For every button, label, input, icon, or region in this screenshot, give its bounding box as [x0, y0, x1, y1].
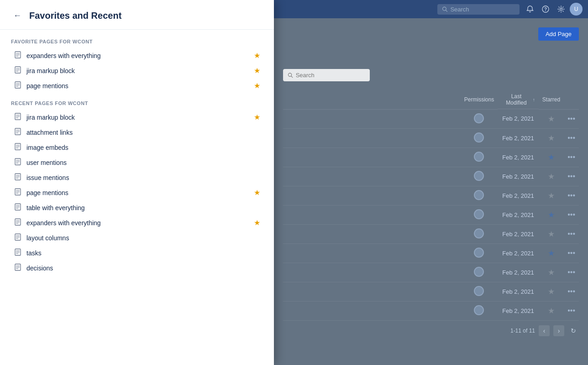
recent-item[interactable]: expanders with everything ★	[11, 215, 263, 230]
recent-item[interactable]: page mentions ★	[11, 185, 263, 200]
row-more-cell[interactable]: •••	[564, 186, 579, 205]
row-permissions-cell	[461, 282, 498, 301]
more-options-icon[interactable]: •••	[567, 268, 575, 276]
table-row: Feb 2, 2021 ★ •••	[283, 186, 579, 205]
favorite-star-icon[interactable]: ★	[254, 66, 260, 75]
row-star-cell[interactable]: ★	[539, 263, 564, 282]
table-row: Feb 2, 2021 ★ •••	[283, 128, 579, 148]
favorite-star-icon[interactable]: ★	[254, 81, 260, 90]
row-star-cell[interactable]: ★	[539, 167, 564, 186]
row-more-cell[interactable]: •••	[564, 148, 579, 167]
page-doc-icon	[14, 158, 22, 167]
row-more-cell[interactable]: •••	[564, 243, 579, 263]
recent-item[interactable]: jira markup block ★	[11, 110, 263, 125]
recent-item[interactable]: user mentions ★	[11, 155, 263, 170]
table-row: Feb 2, 2021 ★ •••	[283, 282, 579, 301]
row-more-cell[interactable]: •••	[564, 109, 579, 128]
row-more-cell[interactable]: •••	[564, 263, 579, 282]
row-more-cell[interactable]: •••	[564, 282, 579, 301]
nav-search-input[interactable]	[450, 6, 515, 13]
row-star-cell[interactable]: ★	[539, 282, 564, 301]
recent-star-icon[interactable]: ★	[254, 158, 260, 167]
more-options-icon[interactable]: •••	[567, 153, 575, 161]
more-options-icon[interactable]: •••	[567, 211, 575, 218]
row-date-cell: Feb 2, 2021	[498, 301, 539, 320]
more-options-icon[interactable]: •••	[567, 287, 575, 295]
row-date-cell: Feb 2, 2021	[498, 224, 539, 243]
row-star-cell[interactable]: ★	[539, 243, 564, 263]
back-icon: ←	[13, 11, 21, 21]
recent-list: jira markup block ★ attachment links ★	[11, 110, 263, 275]
more-options-icon[interactable]: •••	[567, 172, 575, 180]
more-options-icon[interactable]: •••	[567, 134, 575, 142]
more-options-icon[interactable]: •••	[567, 307, 575, 314]
pages-table: Permissions Last Modified ↑ Starred Feb …	[283, 90, 579, 321]
row-star-cell[interactable]: ★	[539, 128, 564, 148]
more-options-icon[interactable]: •••	[567, 230, 575, 238]
recent-star-icon[interactable]: ★	[254, 233, 260, 242]
user-avatar[interactable]: U	[570, 3, 583, 16]
recent-star-icon[interactable]: ★	[254, 143, 260, 152]
settings-button[interactable]	[554, 2, 568, 16]
notification-button[interactable]	[523, 2, 537, 16]
favorites-section-label: FAVORITE PAGES FOR WCONT	[11, 39, 263, 44]
permission-circle	[474, 209, 484, 219]
recent-star-icon[interactable]: ★	[254, 128, 260, 137]
row-date-cell: Feb 2, 2021	[498, 186, 539, 205]
page-item-label: issue mentions	[26, 174, 249, 181]
page-search-input[interactable]	[296, 72, 365, 79]
refresh-button[interactable]: ↻	[568, 325, 579, 336]
row-more-cell[interactable]: •••	[564, 167, 579, 186]
recent-star-icon[interactable]: ★	[254, 249, 260, 257]
nav-search-bar[interactable]	[437, 4, 520, 15]
row-star-cell[interactable]: ★	[539, 301, 564, 320]
recent-item[interactable]: attachment links ★	[11, 125, 263, 140]
svg-line-6	[291, 76, 293, 78]
favorite-star-icon[interactable]: ★	[254, 51, 260, 60]
recent-item[interactable]: decisions ★	[11, 260, 263, 275]
svg-line-1	[446, 10, 447, 11]
page-search-icon	[288, 72, 293, 78]
recent-star-icon[interactable]: ★	[254, 264, 260, 272]
recent-star-icon[interactable]: ★	[254, 173, 260, 182]
row-date-cell: Feb 2, 2021	[498, 243, 539, 263]
row-more-cell[interactable]: •••	[564, 205, 579, 224]
favorite-item[interactable]: expanders with everything ★	[11, 48, 263, 63]
back-button[interactable]: ←	[11, 9, 24, 22]
row-star-cell[interactable]: ★	[539, 109, 564, 128]
favorite-item[interactable]: jira markup block ★	[11, 63, 263, 78]
recent-item[interactable]: issue mentions ★	[11, 170, 263, 185]
row-permissions-cell	[461, 109, 498, 128]
row-star-cell[interactable]: ★	[539, 224, 564, 243]
row-date-cell: Feb 2, 2021	[498, 167, 539, 186]
more-options-icon[interactable]: •••	[567, 191, 575, 199]
add-page-button[interactable]: Add Page	[538, 27, 579, 41]
row-more-cell[interactable]: •••	[564, 224, 579, 243]
page-item-label: table with everything	[26, 204, 249, 212]
recent-item[interactable]: table with everything ★	[11, 200, 263, 215]
help-button[interactable]: ?	[539, 2, 552, 16]
row-date-cell: Feb 2, 2021	[498, 282, 539, 301]
page-search-bar[interactable]	[283, 69, 370, 81]
more-options-icon[interactable]: •••	[567, 115, 575, 122]
recent-item[interactable]: layout columns ★	[11, 230, 263, 245]
recent-star-icon[interactable]: ★	[254, 188, 260, 197]
row-more-cell[interactable]: •••	[564, 301, 579, 320]
more-options-icon[interactable]: •••	[567, 249, 575, 257]
next-page-button[interactable]: ›	[553, 325, 564, 336]
recent-star-icon[interactable]: ★	[254, 218, 260, 227]
row-more-cell[interactable]: •••	[564, 128, 579, 148]
favorite-item[interactable]: page mentions ★	[11, 78, 263, 93]
prev-page-button[interactable]: ‹	[539, 325, 550, 336]
recent-item[interactable]: image embeds ★	[11, 140, 263, 155]
row-star-cell[interactable]: ★	[539, 148, 564, 167]
row-star-cell[interactable]: ★	[539, 205, 564, 224]
row-title-cell	[283, 128, 461, 148]
row-star-cell[interactable]: ★	[539, 186, 564, 205]
recent-star-icon[interactable]: ★	[254, 113, 260, 122]
recent-item[interactable]: tasks ★	[11, 245, 263, 260]
page-doc-icon	[14, 128, 22, 137]
row-title-cell	[283, 301, 461, 320]
table-row: Feb 2, 2021 ★ •••	[283, 109, 579, 128]
recent-star-icon[interactable]: ★	[254, 203, 260, 212]
